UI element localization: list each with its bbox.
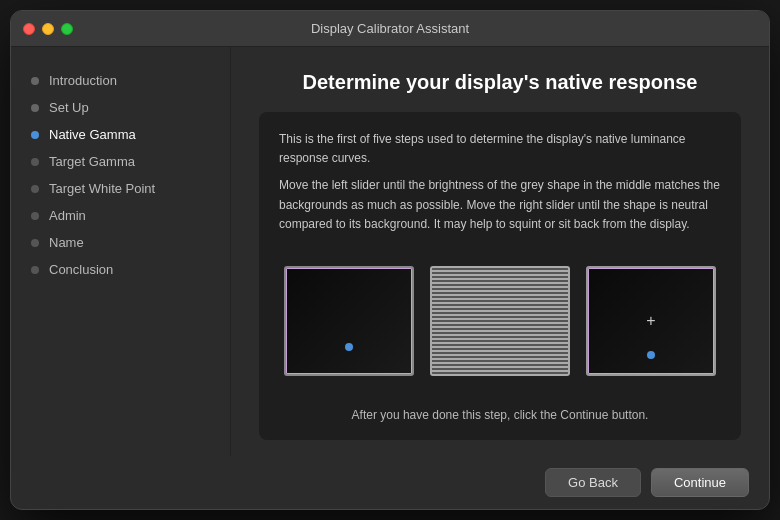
dot-target-gamma (31, 158, 39, 166)
continue-button[interactable]: Continue (651, 468, 749, 497)
dot-name (31, 239, 39, 247)
left-panel-inner (286, 268, 412, 374)
center-calibration-panel (430, 266, 570, 376)
sidebar: Introduction Set Up Native Gamma Target … (11, 47, 231, 456)
window-title: Display Calibrator Assistant (311, 21, 469, 36)
main-panel: Determine your display's native response… (231, 47, 769, 456)
sidebar-label-conclusion: Conclusion (49, 262, 113, 277)
dot-native-gamma (31, 131, 39, 139)
right-panel-inner: + (588, 268, 714, 374)
sidebar-label-name: Name (49, 235, 84, 250)
sidebar-item-target-gamma[interactable]: Target Gamma (11, 148, 230, 175)
blue-dot-left (345, 343, 353, 351)
sidebar-item-name[interactable]: Name (11, 229, 230, 256)
description-1: This is the first of five steps used to … (279, 130, 721, 168)
dot-conclusion (31, 266, 39, 274)
page-title: Determine your display's native response (259, 71, 741, 94)
sidebar-label-native-gamma: Native Gamma (49, 127, 136, 142)
sidebar-label-setup: Set Up (49, 100, 89, 115)
dot-target-white-point (31, 185, 39, 193)
sidebar-label-target-gamma: Target Gamma (49, 154, 135, 169)
description-2: Move the left slider until the brightnes… (279, 176, 721, 234)
minimize-button[interactable] (42, 23, 54, 35)
stripe-background (432, 268, 568, 374)
blue-dot-right (647, 351, 655, 359)
sidebar-item-introduction[interactable]: Introduction (11, 67, 230, 94)
sidebar-label-target-white-point: Target White Point (49, 181, 155, 196)
dot-setup (31, 104, 39, 112)
footer-instruction: After you have done this step, click the… (279, 408, 721, 422)
sidebar-label-admin: Admin (49, 208, 86, 223)
titlebar: Display Calibrator Assistant (11, 11, 769, 47)
left-calibration-panel[interactable] (284, 266, 414, 376)
sidebar-item-admin[interactable]: Admin (11, 202, 230, 229)
close-button[interactable] (23, 23, 35, 35)
bottom-bar: Go Back Continue (11, 456, 769, 509)
sidebar-label-introduction: Introduction (49, 73, 117, 88)
dot-introduction (31, 77, 39, 85)
content-area: Introduction Set Up Native Gamma Target … (11, 47, 769, 456)
dot-admin (31, 212, 39, 220)
maximize-button[interactable] (61, 23, 73, 35)
content-box: This is the first of five steps used to … (259, 112, 741, 440)
sidebar-item-setup[interactable]: Set Up (11, 94, 230, 121)
traffic-lights (23, 23, 73, 35)
sidebar-item-target-white-point[interactable]: Target White Point (11, 175, 230, 202)
sidebar-item-native-gamma[interactable]: Native Gamma (11, 121, 230, 148)
calibration-visuals: + (279, 258, 721, 384)
app-window: Display Calibrator Assistant Introductio… (10, 10, 770, 510)
right-calibration-panel[interactable]: + (586, 266, 716, 376)
go-back-button[interactable]: Go Back (545, 468, 641, 497)
sidebar-item-conclusion[interactable]: Conclusion (11, 256, 230, 283)
crosshair-icon: + (646, 312, 655, 330)
